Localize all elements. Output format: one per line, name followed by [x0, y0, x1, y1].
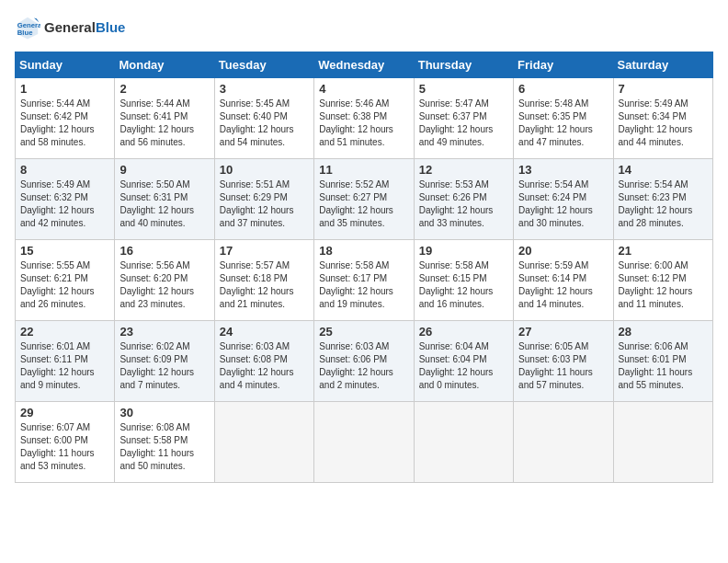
day-number: 11 [319, 163, 408, 177]
day-number: 19 [419, 244, 508, 258]
day-number: 18 [319, 244, 408, 258]
day-number: 9 [119, 163, 209, 177]
header: General Blue GeneralBlue [15, 15, 713, 40]
day-detail: Sunrise: 5:51 AMSunset: 6:29 PMDaylight:… [220, 179, 294, 228]
day-of-week-header: Tuesday [214, 52, 313, 78]
empty-cell [514, 402, 613, 483]
calendar-day-cell: 11Sunrise: 5:52 AMSunset: 6:27 PMDayligh… [314, 159, 414, 240]
calendar-day-cell: 5Sunrise: 5:47 AMSunset: 6:37 PMDaylight… [414, 78, 513, 159]
calendar-day-cell: 27Sunrise: 6:05 AMSunset: 6:03 PMDayligh… [514, 321, 613, 402]
day-number: 23 [119, 325, 209, 339]
calendar-day-cell: 21Sunrise: 6:00 AMSunset: 6:12 PMDayligh… [613, 240, 712, 321]
day-of-week-header: Thursday [414, 52, 513, 78]
day-detail: Sunrise: 6:03 AMSunset: 6:06 PMDaylight:… [319, 341, 393, 390]
calendar-day-cell: 23Sunrise: 6:02 AMSunset: 6:09 PMDayligh… [115, 321, 214, 402]
empty-cell [314, 402, 414, 483]
empty-cell [613, 402, 712, 483]
day-number: 14 [619, 163, 708, 177]
day-number: 5 [419, 82, 508, 96]
day-number: 2 [119, 82, 209, 96]
calendar-day-cell: 30Sunrise: 6:08 AMSunset: 5:58 PMDayligh… [115, 402, 214, 483]
calendar-day-cell: 20Sunrise: 5:59 AMSunset: 6:14 PMDayligh… [514, 240, 613, 321]
day-detail: Sunrise: 5:48 AMSunset: 6:35 PMDaylight:… [518, 98, 593, 147]
calendar-day-cell: 1Sunrise: 5:44 AMSunset: 6:42 PMDaylight… [16, 78, 115, 159]
day-of-week-header: Friday [514, 52, 613, 78]
calendar-table: SundayMondayTuesdayWednesdayThursdayFrid… [15, 52, 713, 483]
day-detail: Sunrise: 6:05 AMSunset: 6:03 PMDaylight:… [518, 341, 593, 390]
svg-text:Blue: Blue [17, 29, 33, 37]
day-of-week-header: Monday [115, 52, 214, 78]
day-number: 1 [20, 82, 109, 96]
logo-icon: General Blue [15, 15, 40, 40]
calendar-day-cell: 2Sunrise: 5:44 AMSunset: 6:41 PMDaylight… [115, 78, 214, 159]
calendar-week-row: 15Sunrise: 5:55 AMSunset: 6:21 PMDayligh… [16, 240, 713, 321]
day-number: 25 [319, 325, 408, 339]
calendar-day-cell: 10Sunrise: 5:51 AMSunset: 6:29 PMDayligh… [214, 159, 313, 240]
day-number: 13 [518, 163, 608, 177]
day-detail: Sunrise: 5:47 AMSunset: 6:37 PMDaylight:… [419, 98, 494, 147]
day-of-week-header: Saturday [613, 52, 712, 78]
day-detail: Sunrise: 6:01 AMSunset: 6:11 PMDaylight:… [20, 341, 95, 390]
day-detail: Sunrise: 6:06 AMSunset: 6:01 PMDaylight:… [619, 341, 693, 390]
calendar-day-cell: 28Sunrise: 6:06 AMSunset: 6:01 PMDayligh… [613, 321, 712, 402]
calendar-day-cell: 29Sunrise: 6:07 AMSunset: 6:00 PMDayligh… [16, 402, 115, 483]
day-detail: Sunrise: 6:04 AMSunset: 6:04 PMDaylight:… [419, 341, 494, 390]
day-number: 26 [419, 325, 508, 339]
calendar-day-cell: 7Sunrise: 5:49 AMSunset: 6:34 PMDaylight… [613, 78, 712, 159]
day-detail: Sunrise: 5:58 AMSunset: 6:15 PMDaylight:… [419, 260, 494, 309]
day-detail: Sunrise: 5:55 AMSunset: 6:21 PMDaylight:… [20, 260, 95, 309]
day-number: 6 [518, 82, 608, 96]
day-number: 16 [119, 244, 209, 258]
day-detail: Sunrise: 5:58 AMSunset: 6:17 PMDaylight:… [319, 260, 393, 309]
calendar-day-cell: 24Sunrise: 6:03 AMSunset: 6:08 PMDayligh… [214, 321, 313, 402]
day-number: 20 [518, 244, 608, 258]
day-number: 8 [20, 163, 109, 177]
day-detail: Sunrise: 5:59 AMSunset: 6:14 PMDaylight:… [518, 260, 593, 309]
calendar-day-cell: 16Sunrise: 5:56 AMSunset: 6:20 PMDayligh… [115, 240, 214, 321]
logo: General Blue GeneralBlue [15, 15, 125, 40]
day-number: 29 [20, 406, 109, 419]
day-detail: Sunrise: 5:49 AMSunset: 6:34 PMDaylight:… [619, 98, 693, 147]
day-number: 24 [220, 325, 309, 339]
calendar-day-cell: 19Sunrise: 5:58 AMSunset: 6:15 PMDayligh… [414, 240, 513, 321]
day-of-week-header: Sunday [16, 52, 115, 78]
empty-cell [214, 402, 313, 483]
day-detail: Sunrise: 5:54 AMSunset: 6:23 PMDaylight:… [619, 179, 693, 228]
empty-cell [414, 402, 513, 483]
calendar-day-cell: 17Sunrise: 5:57 AMSunset: 6:18 PMDayligh… [214, 240, 313, 321]
day-detail: Sunrise: 5:45 AMSunset: 6:40 PMDaylight:… [220, 98, 294, 147]
calendar-day-cell: 12Sunrise: 5:53 AMSunset: 6:26 PMDayligh… [414, 159, 513, 240]
day-detail: Sunrise: 5:44 AMSunset: 6:41 PMDaylight:… [119, 98, 194, 147]
day-of-week-header: Wednesday [314, 52, 414, 78]
day-detail: Sunrise: 5:44 AMSunset: 6:42 PMDaylight:… [20, 98, 95, 147]
day-number: 12 [419, 163, 508, 177]
day-number: 17 [220, 244, 309, 258]
calendar-week-row: 1Sunrise: 5:44 AMSunset: 6:42 PMDaylight… [16, 78, 713, 159]
logo-text: GeneralBlue [44, 20, 125, 36]
day-number: 22 [20, 325, 109, 339]
calendar-week-row: 22Sunrise: 6:01 AMSunset: 6:11 PMDayligh… [16, 321, 713, 402]
calendar-day-cell: 3Sunrise: 5:45 AMSunset: 6:40 PMDaylight… [214, 78, 313, 159]
day-detail: Sunrise: 6:00 AMSunset: 6:12 PMDaylight:… [619, 260, 693, 309]
calendar-day-cell: 6Sunrise: 5:48 AMSunset: 6:35 PMDaylight… [514, 78, 613, 159]
day-number: 3 [220, 82, 309, 96]
day-number: 30 [119, 406, 209, 419]
calendar-day-cell: 8Sunrise: 5:49 AMSunset: 6:32 PMDaylight… [16, 159, 115, 240]
calendar-day-cell: 15Sunrise: 5:55 AMSunset: 6:21 PMDayligh… [16, 240, 115, 321]
calendar-day-cell: 18Sunrise: 5:58 AMSunset: 6:17 PMDayligh… [314, 240, 414, 321]
day-number: 21 [619, 244, 708, 258]
day-detail: Sunrise: 5:50 AMSunset: 6:31 PMDaylight:… [119, 179, 194, 228]
day-detail: Sunrise: 6:07 AMSunset: 6:00 PMDaylight:… [20, 422, 95, 471]
calendar-week-row: 8Sunrise: 5:49 AMSunset: 6:32 PMDaylight… [16, 159, 713, 240]
calendar-header-row: SundayMondayTuesdayWednesdayThursdayFrid… [16, 52, 713, 78]
calendar-day-cell: 4Sunrise: 5:46 AMSunset: 6:38 PMDaylight… [314, 78, 414, 159]
day-number: 28 [619, 325, 708, 339]
calendar-day-cell: 22Sunrise: 6:01 AMSunset: 6:11 PMDayligh… [16, 321, 115, 402]
day-detail: Sunrise: 6:08 AMSunset: 5:58 PMDaylight:… [119, 422, 194, 471]
day-detail: Sunrise: 6:03 AMSunset: 6:08 PMDaylight:… [220, 341, 294, 390]
day-detail: Sunrise: 5:57 AMSunset: 6:18 PMDaylight:… [220, 260, 294, 309]
day-detail: Sunrise: 5:52 AMSunset: 6:27 PMDaylight:… [319, 179, 393, 228]
svg-text:General: General [17, 21, 40, 29]
day-number: 10 [220, 163, 309, 177]
calendar-week-row: 29Sunrise: 6:07 AMSunset: 6:00 PMDayligh… [16, 402, 713, 483]
